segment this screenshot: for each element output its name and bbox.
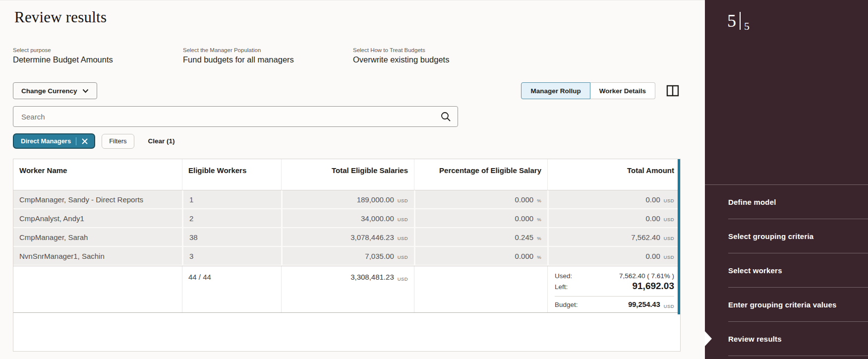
change-currency-button[interactable]: Change Currency [13,82,97,99]
budget-value: 99,254.43USD [628,300,674,308]
step-select-grouping-criteria[interactable]: Select grouping criteria [705,219,868,253]
budget-used-label: Used: [555,272,572,280]
cell-percentage: 0.245% [414,228,547,247]
cell-total-eligible-salaries: 34,000.00USD [281,209,414,228]
cell-eligible-workers: 3 [182,247,281,266]
cell-percentage: 0.000% [414,209,547,228]
step-sidebar: 5 5 Define model Select grouping criteri… [705,0,868,359]
cell-worker-name: CmpManager, Sarah [13,228,182,247]
cell-total-eligible-salaries: 3,078,446.23USD [281,228,414,247]
cell-total-eligible-salaries: 189,000.00USD [281,190,414,209]
cell-total-amount: 0.00USD [547,247,680,266]
cell-eligible-workers: 2 [182,209,281,228]
filter-row: Direct Managers Filters Clear (1) [13,133,705,149]
cell-worker-name: NvnSnrManager1, Sachin [13,247,182,266]
table-row[interactable]: CmpManager, Sarah 38 3,078,446.23USD 0.2… [13,228,680,247]
budget-used-line: Used: 7,562.40 ( 7.61% ) [555,272,674,280]
total-steps-number: 5 [744,20,750,33]
column-header-eligible-workers[interactable]: Eligible Workers [182,159,281,190]
chip-divider [76,137,76,145]
chevron-down-icon [82,89,89,93]
cell-percentage: 0.000% [414,190,547,209]
page-title: Review results [14,8,705,26]
clear-filters-button[interactable]: Clear (1) [148,137,175,145]
chip-close-icon[interactable] [81,138,88,145]
budget-left-line: Left: 91,692.03 [555,281,674,292]
split-view-button[interactable] [666,84,679,97]
cell-worker-name: CmpAnalyst, Andy1 [13,209,182,228]
budget-used-value: 7,562.40 ( 7.61% ) [619,272,674,280]
field-treat-budgets: Select How to Treat Budgets Overwrite ex… [353,47,523,64]
steps-list: Define model Select grouping criteria Se… [705,184,868,356]
step-select-workers[interactable]: Select workers [705,253,868,287]
column-header-total-eligible-salaries[interactable]: Total Eligible Salaries [281,159,414,190]
budget-left-label: Left: [555,283,568,291]
totals-salaries: 3,308,481.23USD [281,266,414,312]
filters-button[interactable]: Filters [102,134,134,149]
step-define-model[interactable]: Define model [705,185,868,219]
field-label: Select the Manager Population [183,47,353,53]
table-accent-bar [678,159,680,314]
cell-percentage: 0.000% [414,247,547,266]
change-currency-label: Change Currency [21,87,77,95]
main-content: Review results Select purpose Determine … [0,0,705,359]
tab-manager-rollup[interactable]: Manager Rollup [521,82,590,99]
filter-chip-direct-managers[interactable]: Direct Managers [13,133,95,149]
cell-total-amount: 0.00USD [547,209,680,228]
current-step-number: 5 [727,11,736,31]
current-step-arrow-icon [705,331,712,346]
cell-eligible-workers: 38 [182,228,281,247]
step-counter-divider [740,12,741,30]
field-select-purpose: Select purpose Determine Budget Amounts [13,47,183,64]
view-toggle: Manager Rollup Worker Details [521,82,655,99]
table-header-row: Worker Name Eligible Workers Total Eligi… [13,159,680,190]
field-value: Overwrite existing budgets [353,55,523,64]
step-enter-grouping-criteria-values[interactable]: Enter grouping criteria values [705,288,868,321]
split-view-icon [666,84,679,97]
budget-left-value: 91,692.03 [632,281,674,292]
budget-label: Budget: [555,301,578,308]
totals-empty-cell [13,266,182,312]
cell-total-amount: 7,562.40USD [547,228,680,247]
totals-percentage-cell [414,266,547,312]
table-row[interactable]: NvnSnrManager1, Sachin 3 7,035.00USD 0.0… [13,247,680,266]
column-header-total-amount[interactable]: Total Amount [547,159,680,190]
table-footer [13,313,680,351]
column-header-worker-name[interactable]: Worker Name [13,159,182,190]
budget-summary: Used: 7,562.40 ( 7.61% ) Left: 91,692.03… [547,266,680,312]
table-totals-row: 44 / 44 3,308,481.23USD Used: 7,562.40 (… [13,266,680,313]
table-row[interactable]: CmpManager, Sandy - Direct Reports 1 189… [13,190,680,209]
search-container [13,106,458,127]
tab-worker-details[interactable]: Worker Details [590,82,655,99]
field-value: Fund budgets for all managers [183,55,353,64]
step-divider [728,356,868,356]
step-counter: 5 5 [727,11,868,33]
field-value: Determine Budget Amounts [13,55,183,64]
search-icon[interactable] [440,111,451,124]
field-manager-population: Select the Manager Population Fund budge… [183,47,353,64]
table-row[interactable]: CmpAnalyst, Andy1 2 34,000.00USD 0.000% … [13,209,680,228]
field-label: Select How to Treat Budgets [353,47,523,53]
search-input[interactable] [13,106,458,127]
summary-divider [555,296,674,297]
summary-fields: Select purpose Determine Budget Amounts … [13,47,705,64]
step-review-results-current[interactable]: Review results [705,322,868,356]
cell-eligible-workers: 1 [182,190,281,209]
field-label: Select purpose [13,47,183,53]
budget-total-line: Budget: 99,254.43USD [555,300,674,308]
results-table: Worker Name Eligible Workers Total Eligi… [13,159,681,352]
toolbar: Change Currency Manager Rollup Worker De… [0,82,705,99]
totals-eligible-workers: 44 / 44 [182,266,281,312]
cell-total-eligible-salaries: 7,035.00USD [281,247,414,266]
column-header-percentage-eligible-salary[interactable]: Percentage of Eligible Salary [414,159,547,190]
cell-worker-name: CmpManager, Sandy - Direct Reports [13,190,182,209]
cell-total-amount: 0.00USD [547,190,680,209]
filter-chip-label: Direct Managers [21,137,71,145]
